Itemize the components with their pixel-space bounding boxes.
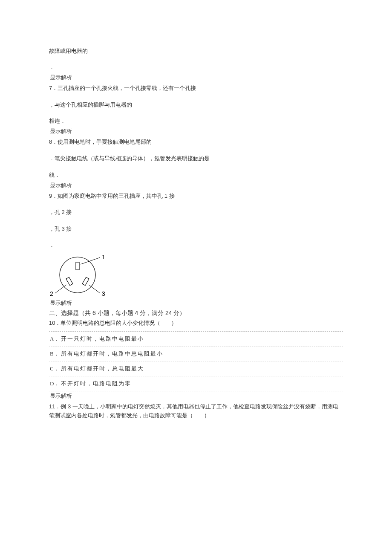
question-9-line1: 9．如图为家庭电路中常用的三孔插座，其中孔 1 接 — [49, 192, 343, 201]
show-explain-link[interactable]: 显示解析 — [49, 182, 343, 189]
question-7-line1: 7．三孔插座的一个孔接火线，一个孔接零线，还有一个孔接 — [49, 84, 343, 93]
document-page: 故障或用电器的 ． 显示解析 7．三孔插座的一个孔接火线，一个孔接零线，还有一个… — [0, 0, 392, 449]
three-hole-socket-figure: 1 2 3 — [46, 251, 118, 298]
option-a[interactable]: A．开一只灯时，电路中电阻最小 — [49, 332, 343, 347]
question-7-line2: ，与这个孔相应的插脚与用电器的 — [49, 101, 343, 110]
question-10-options: A．开一只灯时，电路中电阻最小 B．所有电灯都开时，电路中总电阻最小 C．所有电… — [49, 331, 343, 391]
question-9-line2: ，孔 2 接 — [49, 208, 343, 217]
question-9-line3: ，孔 3 接 — [49, 225, 343, 234]
show-explain-link[interactable]: 显示解析 — [49, 299, 343, 307]
socket-label-1: 1 — [102, 254, 105, 260]
svg-line-6 — [89, 285, 100, 293]
question-8-line3: 线． — [49, 171, 343, 180]
svg-rect-2 — [66, 277, 73, 286]
svg-line-5 — [55, 285, 66, 293]
option-c[interactable]: C．所有电灯都开时，总电阻最大 — [49, 361, 343, 376]
question-8-line1: 8．使用测电笔时，手要接触测电笔尾部的 — [49, 138, 343, 147]
option-d-text: 不开灯时，电路电阻为零 — [61, 380, 131, 387]
svg-line-4 — [81, 257, 100, 264]
question-10: 10．单位照明电路的总电阻的大小变化情况（ ） A．开一只灯时，电路中电阻最小 … — [49, 319, 343, 391]
option-d[interactable]: D．不开灯时，电路电阻为零 — [49, 376, 343, 391]
option-b-text: 所有电灯都开时，电路中总电阻最小 — [61, 350, 163, 357]
section-2-title: 二、选择题（共 6 小题，每小题 4 分，满分 24 分） — [49, 309, 343, 317]
trailing-dot: ． — [49, 64, 343, 71]
question-10-text: 10．单位照明电路的总电阻的大小变化情况（ ） — [49, 319, 343, 328]
option-c-text: 所有电灯都开时，总电阻最大 — [61, 365, 144, 372]
show-explain-link[interactable]: 显示解析 — [49, 127, 343, 135]
show-explain-link[interactable]: 显示解析 — [49, 74, 343, 81]
socket-label-2: 2 — [50, 290, 53, 297]
intro-fragment: 故障或用电器的 — [49, 47, 343, 56]
question-7-line3: 相连． — [49, 117, 343, 126]
option-b[interactable]: B．所有电灯都开时，电路中总电阻最小 — [49, 347, 343, 361]
question-8-line2: ．笔尖接触电线（或与导线相连的导体），氖管发光表明接触的是 — [49, 154, 343, 163]
option-a-text: 开一只灯时，电路中电阻最小 — [61, 335, 144, 342]
show-explain-link[interactable]: 显示解析 — [49, 392, 343, 400]
svg-rect-3 — [82, 277, 89, 286]
trailing-dot: ． — [49, 241, 343, 249]
svg-rect-1 — [76, 262, 79, 270]
socket-label-3: 3 — [102, 290, 105, 297]
question-11-text: 11．例 3 一天晚上，小明家中的电灯突然熄灭，其他用电器也停止了工作，他检查电… — [49, 402, 343, 420]
